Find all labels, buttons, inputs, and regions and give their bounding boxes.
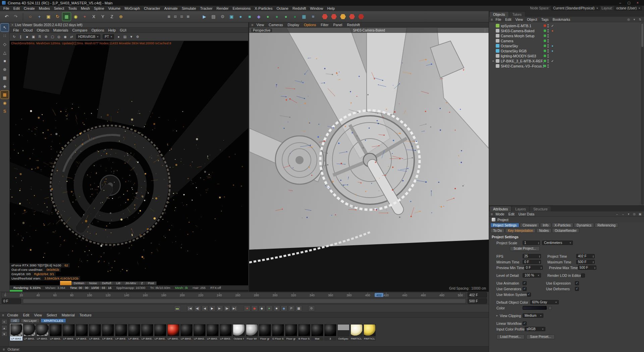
enable-toggle[interactable] xyxy=(544,55,546,57)
pass-button[interactable]: Jm-Mnv xyxy=(123,282,139,285)
material-item[interactable]: LP-BIKE. xyxy=(62,324,75,341)
attr-num-field[interactable]: 0 F▴▾ xyxy=(523,260,541,264)
octane-proxy-button-3[interactable] xyxy=(339,12,347,21)
menu-item[interactable]: Panel xyxy=(331,23,345,27)
enable-toggle[interactable] xyxy=(544,35,546,37)
material-item[interactable]: LP-BIKE. xyxy=(23,324,36,341)
play-button[interactable]: ▶ xyxy=(209,305,216,311)
menu-item[interactable]: Cloud xyxy=(21,28,35,32)
display-mode-select[interactable]: HDR/sRGB▾ xyxy=(76,34,100,39)
lock-icon[interactable]: ▣ xyxy=(638,212,642,216)
menu-item[interactable]: Create xyxy=(5,313,20,317)
range-start-field[interactable]: 0 F xyxy=(2,298,21,304)
panel-tab[interactable]: Attributes xyxy=(490,206,511,211)
filter-icon[interactable]: ▾ xyxy=(632,18,637,21)
layer-tab[interactable]: XPARTICLES xyxy=(41,318,66,323)
menu-item[interactable]: View xyxy=(513,17,525,21)
octane-proxy-button-1[interactable] xyxy=(321,12,329,21)
camera-sync-icon[interactable]: ⇄ xyxy=(68,34,75,40)
material-item[interactable]: Floor Wl xyxy=(246,324,258,341)
panel-menu-icon[interactable]: ≡ xyxy=(491,17,493,21)
search-icon[interactable]: ◎ xyxy=(632,212,637,216)
layout-select[interactable]: octane (User)▾ xyxy=(614,6,642,10)
scroll-up-icon[interactable]: ▴ xyxy=(1,325,7,331)
pla-key-toggle[interactable]: ▦ xyxy=(296,305,302,311)
close-icon[interactable]: × xyxy=(11,23,13,27)
panel-tab[interactable]: Layers xyxy=(512,206,529,211)
add-object-tool[interactable]: + xyxy=(80,12,89,21)
coord-system-toggle[interactable]: ⊕ xyxy=(117,12,125,21)
attr-tab-button[interactable]: OctaneRender xyxy=(552,228,579,233)
material-item[interactable]: 3 xyxy=(324,324,336,341)
pass-button[interactable]: Li8 xyxy=(114,282,123,285)
material-item[interactable]: LP-BIKE. xyxy=(219,324,232,341)
enable-toggle[interactable] xyxy=(544,45,546,47)
attr-checkbox[interactable]: ✓ xyxy=(523,281,527,285)
grid-toggle-1[interactable]: ▦ xyxy=(166,14,172,19)
menu-item[interactable]: File xyxy=(11,28,21,32)
enable-toggle[interactable] xyxy=(544,50,546,52)
material-picker-icon[interactable]: ◉ xyxy=(62,34,68,40)
visibility-dots[interactable] xyxy=(547,59,549,63)
material-item[interactable]: Octane f xyxy=(232,324,245,341)
scale-key-toggle[interactable]: ■ xyxy=(273,305,280,311)
uv-mode[interactable]: ▩ xyxy=(1,91,9,99)
visibility-dots[interactable] xyxy=(547,24,549,28)
material-thumbnail[interactable] xyxy=(364,324,376,336)
menu-item[interactable]: Material xyxy=(59,313,77,317)
edges-mode[interactable]: ◇ xyxy=(1,40,9,48)
y-axis-lock[interactable]: Y xyxy=(99,12,107,21)
octane-environment-button[interactable]: ◆ xyxy=(255,12,263,21)
menu-item[interactable]: File xyxy=(1,6,11,11)
next-key-button[interactable]: |▶ xyxy=(224,305,230,311)
material-thumbnail[interactable] xyxy=(285,324,297,336)
material-item[interactable]: LP-BIKE. xyxy=(128,324,140,341)
maximize-button[interactable]: ▢ xyxy=(625,0,633,6)
enable-toggle[interactable] xyxy=(544,40,546,42)
live-render-view[interactable]: Check5ms/66ms. MeshGen:120ms. Update[C]:… xyxy=(10,41,248,285)
lock-resolution-icon[interactable]: ▢ xyxy=(49,34,56,40)
menu-item[interactable]: Simulate xyxy=(180,6,198,11)
range-end-field[interactable]: 500 F xyxy=(468,298,487,304)
texture-mode[interactable]: ▦ xyxy=(1,74,9,82)
material-thumbnail[interactable] xyxy=(337,324,350,336)
unit-select[interactable]: Centimeters▾ xyxy=(542,241,573,245)
workplane-mode[interactable]: ◈ xyxy=(1,82,9,90)
menu-item[interactable]: Redshift xyxy=(344,23,362,27)
object-tree-row[interactable]: xpSystem-E-MTB.1 ✓ xyxy=(489,23,644,28)
viewport-options-icon[interactable]: ⋮ xyxy=(483,29,487,32)
menu-item[interactable]: View xyxy=(254,23,266,27)
pause-render-icon[interactable]: ∥ xyxy=(17,34,24,40)
menu-item[interactable]: MoGraph xyxy=(122,6,142,11)
material-thumbnail[interactable] xyxy=(298,324,310,336)
object-tree-row[interactable]: SH03-Camera-Baked ● xyxy=(489,28,644,33)
object-tree-row[interactable]: ▸ LP-BIKE_3_E-MTB-X-REF_0001 ✓ xyxy=(489,58,644,63)
menu-item[interactable]: View xyxy=(32,313,44,317)
pass-button[interactable]: Post xyxy=(146,282,157,285)
layer-tab[interactable]: All xyxy=(10,318,20,323)
visibility-dots[interactable] xyxy=(547,44,549,48)
menu-item[interactable]: X-Particles xyxy=(253,6,274,11)
menu-item[interactable]: GUI xyxy=(118,28,128,32)
gear-icon[interactable]: ⚙ xyxy=(135,34,141,40)
collapse-icon[interactable]: ▸ xyxy=(496,314,500,317)
material-item[interactable]: LP-BIKE. xyxy=(154,324,166,341)
visibility-dots[interactable] xyxy=(547,34,549,38)
material-thumbnail[interactable] xyxy=(76,324,88,336)
material-item[interactable]: B Floor S xyxy=(298,324,310,341)
last-used-tool[interactable]: ◉ xyxy=(71,12,80,21)
attr-num-field[interactable]: 500 F▴▾ xyxy=(578,265,596,270)
selection-arrow-tool[interactable]: ↖ xyxy=(1,23,9,32)
menu-item[interactable]: Filter xyxy=(318,23,331,27)
menu-item[interactable]: File xyxy=(493,17,503,21)
preset-button[interactable]: Load Preset... xyxy=(496,335,525,339)
rotation-key-toggle[interactable]: ◆ xyxy=(281,305,287,311)
material-thumbnail[interactable] xyxy=(324,324,336,336)
enable-toggle[interactable] xyxy=(544,30,546,32)
object-tree-row[interactable]: SH02-Camera.-V3--Focus.1 xyxy=(489,63,644,68)
make-preview-icon[interactable]: ▬ xyxy=(174,305,181,311)
panel-menu-icon[interactable]: ≡ xyxy=(2,313,4,317)
material-thumbnail[interactable] xyxy=(351,324,363,336)
linear-workflow-checkbox[interactable]: ✓ xyxy=(523,321,527,325)
visibility-dots[interactable] xyxy=(547,49,549,53)
